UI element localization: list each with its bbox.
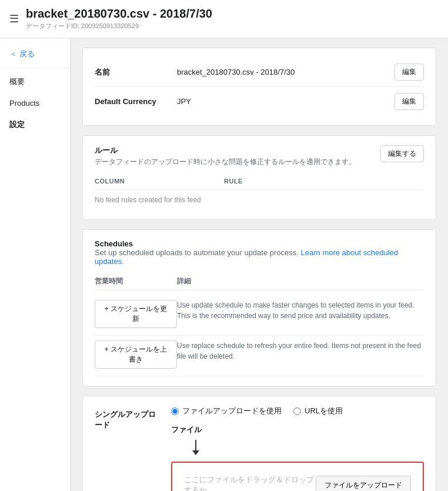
schedules-description: Set up scheduled uploads to automate you… <box>95 248 424 266</box>
schedules-table-header: 営業時間 詳細 <box>95 273 424 290</box>
feed-id: データフィードID: 2003250913320529 <box>26 22 212 31</box>
radio-url-label: URLを使用 <box>305 406 343 416</box>
schedule-overwrite-desc: Use replace schedule to refresh your ent… <box>177 340 424 362</box>
sidebar-item-overview[interactable]: 概要 <box>0 71 70 93</box>
radio-url[interactable]: URLを使用 <box>293 406 343 416</box>
schedule-col1-header: 営業時間 <box>95 276 177 286</box>
upload-controls: ファイルアップロードを使用 URLを使用 ファイル <box>171 406 424 491</box>
radio-url-input[interactable] <box>293 408 301 415</box>
sidebar: ＜ 戻る 概要 Products 設定 <box>0 38 71 491</box>
field-label-currency: Default Currency <box>95 97 177 106</box>
sidebar-item-settings[interactable]: 設定 <box>0 113 70 136</box>
basic-info-card: 名前 bracket_20180730.csv - 2018/7/30 編集 D… <box>82 48 436 126</box>
file-section-label: ファイル <box>171 425 424 435</box>
edit-rules-button[interactable]: 編集する <box>380 145 424 162</box>
upload-row: シングルアップロード ファイルアップロードを使用 URLを使用 <box>95 406 424 491</box>
field-label-name: 名前 <box>95 67 177 78</box>
rules-title: ルール <box>95 145 356 156</box>
rules-description: データフィードのアップロード時に小さな問題を修正するルールを適用できます。 <box>95 157 356 167</box>
page-title: bracket_20180730.csv - 2018/7/30 <box>26 7 212 21</box>
edit-name-button[interactable]: 編集 <box>394 64 424 81</box>
drop-placeholder: ここにファイルをドラッグ＆ドロップするか、 <box>184 475 316 491</box>
schedule-row-overwrite: + スケジュールを上書き Use replace schedule to ref… <box>95 336 424 376</box>
add-schedule-update-button[interactable]: + スケジュールを更新 <box>95 300 177 328</box>
radio-file-upload[interactable]: ファイルアップロードを使用 <box>171 406 282 416</box>
main-content: 名前 bracket_20180730.csv - 2018/7/30 編集 D… <box>71 38 448 491</box>
rules-section-header: ルール データフィードのアップロード時に小さな問題を修正するルールを適用できます… <box>95 145 424 167</box>
radio-file-label: ファイルアップロードを使用 <box>182 406 282 416</box>
field-value-currency: JPY <box>177 97 394 106</box>
arrow-down-icon <box>189 440 203 457</box>
schedule-col2-header: 詳細 <box>177 276 424 286</box>
col-header-rule: RULE <box>224 178 243 185</box>
add-schedule-overwrite-button[interactable]: + スケジュールを上書き <box>95 340 177 369</box>
sidebar-back[interactable]: ＜ 戻る <box>0 43 70 68</box>
rules-card: ルール データフィードのアップロード時に小さな問題を修正するルールを適用できます… <box>82 135 436 220</box>
col-header-column: COLUMN <box>95 178 189 185</box>
radio-file-input[interactable] <box>171 408 179 415</box>
field-row-currency: Default Currency JPY 編集 <box>95 87 424 116</box>
rules-table-header: COLUMN RULE <box>95 173 424 190</box>
upload-radio-group: ファイルアップロードを使用 URLを使用 <box>171 406 424 416</box>
menu-icon[interactable]: ☰ <box>9 12 19 25</box>
drop-zone[interactable]: ここにファイルをドラッグ＆ドロップするか、 ファイルをアップロード <box>171 462 424 491</box>
header-title-block: bracket_20180730.csv - 2018/7/30 データフィード… <box>26 7 212 31</box>
field-value-name: bracket_20180730.csv - 2018/7/30 <box>177 68 394 76</box>
layout: ＜ 戻る 概要 Products 設定 名前 bracket_20180730.… <box>0 38 448 491</box>
rules-title-block: ルール データフィードのアップロード時に小さな問題を修正するルールを適用できます… <box>95 145 356 167</box>
edit-currency-button[interactable]: 編集 <box>394 93 424 110</box>
schedules-card: Schedules Set up scheduled uploads to au… <box>82 229 436 386</box>
svg-marker-1 <box>192 450 199 455</box>
upload-file-button[interactable]: ファイルをアップロード <box>316 476 411 492</box>
schedule-row-update: + スケジュールを更新 Use update schedule to make … <box>95 295 424 336</box>
schedules-title: Schedules <box>95 239 424 248</box>
sidebar-item-products[interactable]: Products <box>0 93 70 113</box>
header: ☰ bracket_20180730.csv - 2018/7/30 データフィ… <box>0 0 448 38</box>
rules-empty-message: No feed rules created for this feed <box>95 190 424 210</box>
field-row-name: 名前 bracket_20180730.csv - 2018/7/30 編集 <box>95 58 424 87</box>
upload-label: シングルアップロード <box>95 406 159 430</box>
upload-section: シングルアップロード ファイルアップロードを使用 URLを使用 <box>82 396 436 491</box>
arrow-container <box>189 440 424 459</box>
schedule-update-desc: Use update schedule to make faster chang… <box>177 300 424 321</box>
